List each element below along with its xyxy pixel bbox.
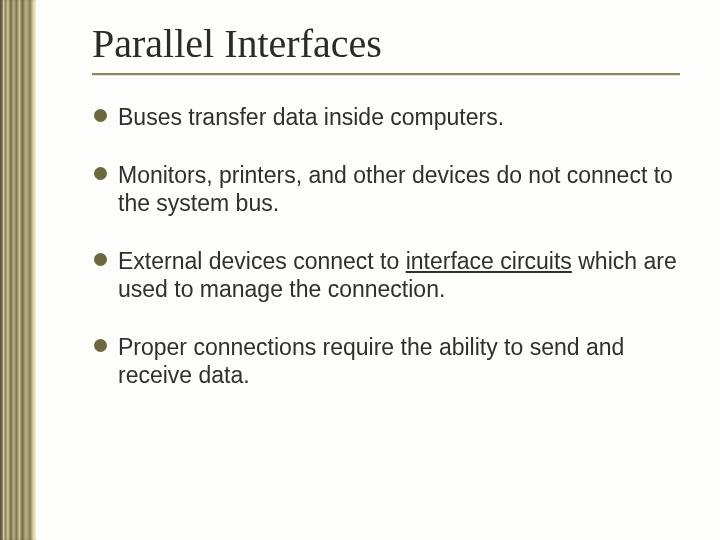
bullet-text-underlined: interface circuits [406, 248, 572, 274]
bullet-text-pre: External devices connect to [118, 248, 406, 274]
bullet-text: Buses transfer data inside computers. [118, 104, 504, 130]
bullet-text: Proper connections require the ability t… [118, 334, 624, 388]
list-item: External devices connect to interface ci… [92, 247, 680, 303]
bullet-text: Monitors, printers, and other devices do… [118, 162, 673, 216]
decorative-sidebar [0, 0, 36, 540]
slide-title: Parallel Interfaces [92, 20, 680, 67]
list-item: Buses transfer data inside computers. [92, 103, 680, 131]
bullet-list: Buses transfer data inside computers. Mo… [92, 103, 680, 389]
list-item: Monitors, printers, and other devices do… [92, 161, 680, 217]
title-rule [92, 73, 680, 75]
slide-content: Parallel Interfaces Buses transfer data … [36, 0, 720, 540]
list-item: Proper connections require the ability t… [92, 333, 680, 389]
